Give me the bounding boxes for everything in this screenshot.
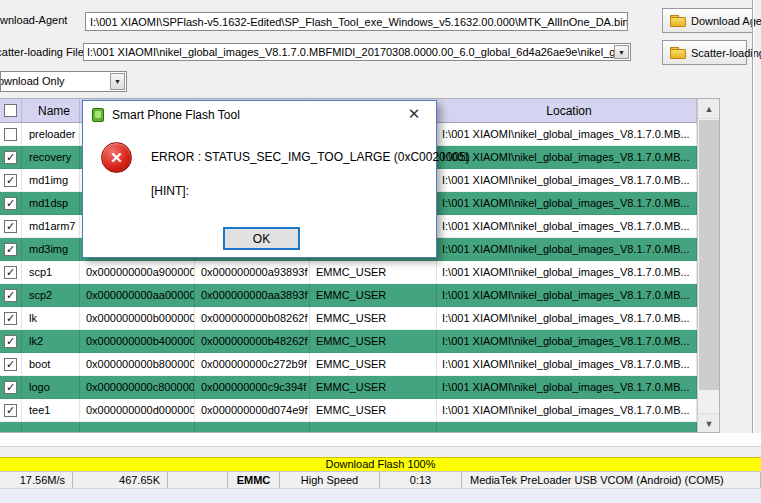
chevron-down-icon[interactable]: ▼ [110,73,125,90]
table-scrollbar[interactable]: ▲ ▼ [697,99,719,433]
download-mode-select[interactable]: Download Only ▼ [0,71,127,92]
row-checkbox[interactable]: ✓ [4,197,17,210]
region: EMMC_USER [310,353,437,376]
row-checkbox[interactable]: ✓ [4,404,17,417]
begin-address: 0x000000000c800000 [80,376,195,399]
download-agent-button[interactable]: Download Agent [662,8,754,33]
partition-name: md1arm7 [22,215,80,238]
partition-name: recovery [22,146,80,169]
region: EMMC_USER [310,261,437,284]
error-dialog: Smart Phone Flash Tool ✕ ✕ ERROR : STATU… [82,100,437,258]
scrollbar-thumb[interactable] [699,120,719,390]
table-row[interactable]: ✓lk0x000000000b0000000x000000000b08262fE… [0,307,697,330]
begin-address: 0x000000000d000000 [80,399,195,422]
progress-bar: Download Flash 100% [0,457,761,472]
scatter-file-combobox[interactable]: I:\001 XIAOMI\nikel_global_images_V8.1.7… [83,43,631,61]
row-checkbox[interactable]: ✓ [4,335,17,348]
location: I:\001 XIAOMI\nikel_global_images_V8.1.7… [437,330,697,353]
row-checkbox-cell: ✓ [0,330,22,353]
partition-name: logo [22,376,80,399]
status-usb-speed: High Speed [280,472,380,488]
row-checkbox-cell: ✓ [0,376,22,399]
scatter-loading-label: Scatter-loading File [0,46,84,58]
row-checkbox[interactable]: ✓ [4,151,17,164]
end-address: 0x000000000c272b9f [195,353,310,376]
row-checkbox[interactable]: ✓ [4,220,17,233]
partial-cell [195,422,310,433]
location: I:\001 XIAOMI\nikel_global_images_V8.1.7… [437,284,697,307]
dialog-title: Smart Phone Flash Tool [112,108,240,122]
partial-cell [310,422,437,433]
row-checkbox[interactable]: ✓ [4,243,17,256]
download-mode-value: Download Only [0,75,110,88]
status-elapsed-time: 0:13 [380,472,462,488]
table-row[interactable]: ✓scp10x000000000a9000000x000000000a93893… [0,261,697,284]
status-speed: 17.56M/s [0,472,73,488]
table-row[interactable]: ✓lk20x000000000b4000000x000000000b48262f… [0,330,697,353]
partition-name: scp1 [22,261,80,284]
select-all-checkbox[interactable] [4,104,17,117]
row-checkbox-cell: ✓ [0,238,22,261]
end-address: 0x000000000b08262f [195,307,310,330]
partition-name: md1dsp [22,192,80,215]
location: I:\001 XIAOMI\nikel_global_images_V8.1.7… [437,146,697,169]
row-checkbox-cell: ✓ [0,353,22,376]
row-checkbox[interactable]: ✓ [4,312,17,325]
folder-icon [670,47,686,59]
scatter-loading-button[interactable]: Scatter-loading [662,40,747,65]
status-storage-type: EMMC [228,472,280,488]
chevron-down-icon[interactable]: ▼ [614,45,629,59]
location: I:\001 XIAOMI\nikel_global_images_V8.1.7… [437,376,697,399]
download-agent-label: Download-Agent [0,14,67,26]
dialog-body: ✕ ERROR : STATUS_SEC_IMG_TOO_LARGE (0xC0… [83,128,436,259]
table-row-partial[interactable] [0,422,697,433]
table-row[interactable]: ✓boot0x000000000b8000000x000000000c272b9… [0,353,697,376]
row-checkbox-cell: ✓ [0,284,22,307]
row-checkbox-cell: ✓ [0,169,22,192]
row-checkbox[interactable]: ✓ [4,174,17,187]
row-checkbox[interactable]: ✓ [4,289,17,302]
region: EMMC_USER [310,284,437,307]
partition-name: tee1 [22,399,80,422]
location: I:\001 XIAOMI\nikel_global_images_V8.1.7… [437,399,697,422]
row-checkbox[interactable]: ✓ [4,266,17,279]
begin-address: 0x000000000aa00000 [80,284,195,307]
partition-name: md3img [22,238,80,261]
partition-name: scp2 [22,284,80,307]
row-checkbox-cell: ✓ [0,192,22,215]
row-checkbox[interactable]: ✓ [4,381,17,394]
status-empty [168,472,228,488]
close-icon[interactable]: ✕ [402,103,426,125]
partial-cell [80,422,195,433]
row-checkbox-cell: ✓ [0,215,22,238]
table-row[interactable]: ✓scp20x000000000aa000000x000000000aa3893… [0,284,697,307]
location: I:\001 XIAOMI\nikel_global_images_V8.1.7… [437,215,697,238]
column-header-location: Location [437,99,697,122]
row-checkbox-cell: ✓ [0,146,22,169]
download-agent-path-input[interactable]: I:\001 XIAOMI\SPFlash-v5.1632-Edited\SP_… [85,12,628,31]
scroll-up-icon[interactable]: ▲ [698,99,720,119]
partition-name: preloader [22,123,80,146]
location: I:\001 XIAOMI\nikel_global_images_V8.1.7… [437,238,697,261]
location: I:\001 XIAOMI\nikel_global_images_V8.1.7… [437,192,697,215]
download-agent-button-label: Download Agent [691,15,761,27]
end-address: 0x000000000a93893f [195,261,310,284]
end-address: 0x000000000aa3893f [195,284,310,307]
row-checkbox-cell: ✓ [0,261,22,284]
region: EMMC_USER [310,376,437,399]
row-checkbox[interactable] [4,128,17,141]
end-address: 0x000000000b48262f [195,330,310,353]
table-row[interactable]: ✓tee10x000000000d0000000x000000000d074e9… [0,399,697,422]
select-all-checkbox-cell [0,99,22,122]
table-row[interactable]: ✓logo0x000000000c8000000x000000000c9c394… [0,376,697,399]
dialog-title-bar[interactable]: Smart Phone Flash Tool ✕ [83,101,436,128]
begin-address: 0x000000000b000000 [80,307,195,330]
end-address: 0x000000000d074e9f [195,399,310,422]
status-size: 467.65K [73,472,168,488]
ok-button[interactable]: OK [223,227,300,250]
status-bar: 17.56M/s 467.65K EMMC High Speed 0:13 Me… [0,472,761,489]
error-message: ERROR : STATUS_SEC_IMG_TOO_LARGE (0xC002… [151,150,470,164]
row-checkbox-cell [0,123,22,146]
scroll-down-icon[interactable]: ▼ [698,413,720,433]
row-checkbox[interactable]: ✓ [4,358,17,371]
